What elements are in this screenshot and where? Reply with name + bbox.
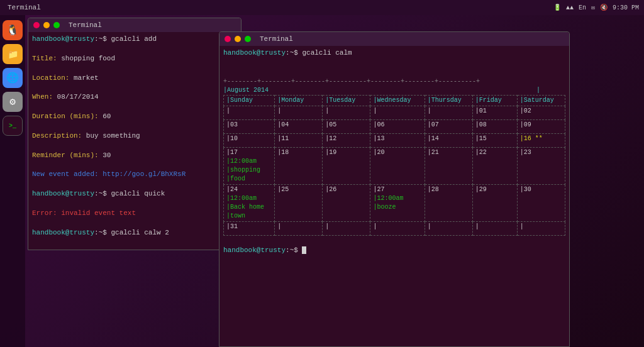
term1-line-when: When: 08/17/2014 xyxy=(32,92,237,102)
wifi-indicator: ▲▲ xyxy=(566,4,574,11)
term1-min-btn[interactable] xyxy=(43,22,50,28)
term1-line-1: handbook@trusty:~$ gcalcli add xyxy=(32,35,237,44)
term1-titlebar: Terminal xyxy=(28,18,241,32)
term1-line-location: Location: market xyxy=(32,74,237,83)
term1-close-btn[interactable] xyxy=(33,22,40,28)
term1-title: Terminal xyxy=(69,21,102,29)
volume-indicator: 🔇 xyxy=(600,4,608,11)
mail-indicator: ✉ xyxy=(591,4,595,11)
term2-calendar: |Sunday |Monday |Tuesday |Wednesday |Thu… xyxy=(223,95,565,236)
ubuntu-launcher-icon[interactable]: 🐧 xyxy=(3,20,23,40)
browser-launcher-icon[interactable]: 🌐 xyxy=(3,68,23,88)
terminal-window-2[interactable]: Terminal handbook@trusty:~$ gcalcli calm… xyxy=(219,31,570,347)
settings-launcher-icon[interactable]: ⚙ xyxy=(3,92,23,112)
term2-month-label: |August 2014 | xyxy=(223,86,565,95)
term2-cal-separator-top: +--------+--------+--------+----------+-… xyxy=(223,77,565,86)
term2-min-btn[interactable] xyxy=(235,36,241,42)
top-bar: Terminal 🔋 ▲▲ En ✉ 🔇 9:30 PM xyxy=(0,0,644,15)
term1-line-calw-cmd: handbook@trusty:~$ gcalcli calw 2 xyxy=(32,228,237,238)
term1-line-reminder: Reminder (mins): 30 xyxy=(32,151,237,160)
term2-command: handbook@trusty:~$ gcalcli calm xyxy=(223,48,565,58)
term1-line-description: Description: buy something xyxy=(32,131,237,141)
term1-line-error: Error: invalid event text xyxy=(32,209,237,218)
files-launcher-icon[interactable]: 📁 xyxy=(3,44,23,64)
term1-max-btn[interactable] xyxy=(53,22,60,28)
term2-close-btn[interactable] xyxy=(225,36,231,42)
term2-bottom-prompt[interactable]: handbook@trusty:~$ xyxy=(223,246,565,255)
term1-line-url: New event added: http://goo.gl/BhXRsR xyxy=(32,170,237,179)
top-bar-title: Terminal xyxy=(8,4,41,11)
term2-titlebar: Terminal xyxy=(219,32,569,46)
term1-line-title: Title: shopping food xyxy=(32,54,237,63)
term2-content: handbook@trusty:~$ gcalcli calm +-------… xyxy=(219,46,569,346)
term2-max-btn[interactable] xyxy=(245,36,251,42)
term1-line-quick-cmd: handbook@trusty:~$ gcalcli quick xyxy=(32,189,237,199)
terminal-launcher-icon[interactable]: >_ xyxy=(3,116,23,136)
term1-content: handbook@trusty:~$ gcalcli add Title: sh… xyxy=(28,32,241,250)
term2-title: Terminal xyxy=(260,35,293,43)
battery-indicator: 🔋 xyxy=(553,4,561,11)
unity-launcher: 🐧 📁 🌐 ⚙ >_ xyxy=(0,15,25,347)
desktop: Terminal 🔋 ▲▲ En ✉ 🔇 9:30 PM 🐧 📁 🌐 ⚙ >_ … xyxy=(0,0,644,347)
lang-indicator: En xyxy=(579,4,586,11)
terminal-window-1[interactable]: Terminal handbook@trusty:~$ gcalcli add … xyxy=(28,18,242,250)
top-bar-right: 🔋 ▲▲ En ✉ 🔇 9:30 PM xyxy=(553,4,639,11)
time-display: 9:30 PM xyxy=(613,4,639,11)
term1-line-duration: Duration (mins): 60 xyxy=(32,112,237,121)
